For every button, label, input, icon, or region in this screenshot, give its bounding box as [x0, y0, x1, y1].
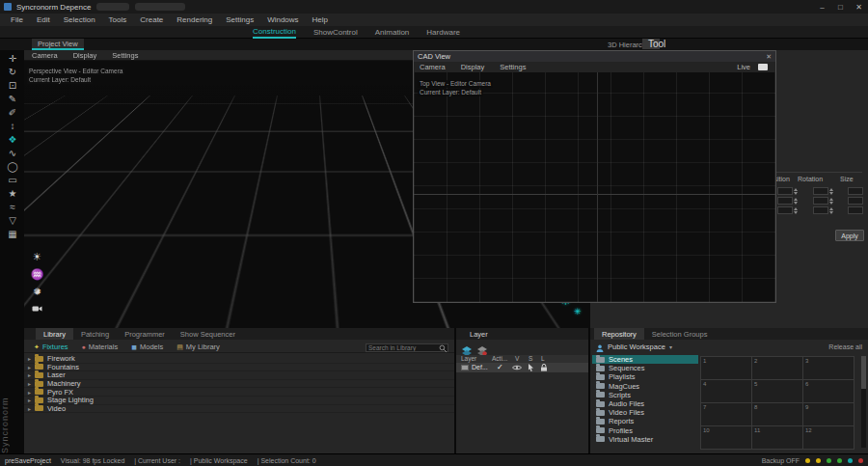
menu-item-rendering[interactable]: Rendering — [170, 15, 219, 24]
tab-hardware[interactable]: Hardware — [426, 26, 460, 39]
wave-tool-icon[interactable]: ≈ — [4, 202, 21, 212]
pen-tool-icon[interactable]: ✎ — [4, 94, 21, 104]
spline-tool-icon[interactable]: ∿ — [4, 148, 21, 158]
select-area-tool-icon[interactable]: ⊡ — [4, 80, 21, 91]
library-item-machinery[interactable]: ▸Machinery — [24, 380, 454, 389]
repo-item-profiles[interactable]: Profiles — [592, 426, 698, 435]
position-x-input[interactable] — [777, 187, 793, 195]
cad-menu-display[interactable]: Display — [461, 63, 485, 71]
tab-selection-groups[interactable]: Selection Groups — [644, 328, 716, 340]
caret-icon[interactable]: ▸ — [28, 355, 35, 362]
visibility-eye-icon[interactable] — [512, 365, 522, 371]
subtab-models[interactable]: ◼Models — [131, 343, 163, 351]
axis-tool-icon[interactable]: ❖ — [4, 134, 21, 145]
tab-programmer[interactable]: Programmer — [117, 328, 173, 340]
slot-cell[interactable]: 9 — [803, 403, 854, 425]
minimize-button[interactable]: – — [813, 0, 831, 14]
tab-show-sequencer[interactable]: Show Sequencer — [173, 328, 243, 340]
menu-item-help[interactable]: Help — [306, 15, 335, 24]
library-item-fountains[interactable]: ▸Fountains — [24, 364, 454, 372]
slot-cell[interactable]: 3 — [803, 357, 854, 379]
caret-icon[interactable]: ▸ — [28, 380, 35, 387]
repo-item-scripts[interactable]: Scripts — [592, 391, 698, 399]
cad-view-window[interactable]: CAD View ✕ Camera Display Settings Live … — [413, 50, 776, 303]
camera-icon[interactable] — [30, 303, 44, 315]
subtab-materials[interactable]: ●Materials — [82, 343, 119, 351]
stepper[interactable] — [829, 198, 833, 205]
repo-item-video-files[interactable]: Video Files — [592, 408, 698, 417]
repo-item-scenes[interactable]: Scenes — [592, 355, 698, 364]
repo-item-reports[interactable]: Reports — [592, 417, 698, 425]
position-y-input[interactable] — [777, 197, 793, 205]
star-tool-icon[interactable]: ★ — [4, 188, 21, 199]
stepper[interactable] — [794, 207, 798, 214]
menu-item-create[interactable]: Create — [133, 15, 170, 24]
menu-item-settings[interactable]: Settings — [219, 15, 260, 24]
cad-close-icon[interactable]: ✕ — [766, 53, 772, 61]
caret-icon[interactable]: ▸ — [28, 389, 35, 396]
repo-item-sequences[interactable]: Sequences — [592, 364, 698, 372]
cad-menu-camera[interactable]: Camera — [420, 63, 446, 71]
menu-item-windows[interactable]: Windows — [260, 15, 305, 24]
caret-icon[interactable]: ▸ — [28, 364, 35, 370]
size-x-input[interactable] — [848, 187, 863, 195]
select-cursor-icon[interactable] — [528, 364, 534, 372]
search-input[interactable] — [366, 344, 439, 351]
maximize-button[interactable]: □ — [831, 0, 850, 14]
image-tool-icon[interactable]: ▦ — [4, 229, 21, 239]
slot-cell[interactable]: 6 — [803, 380, 854, 402]
rectangle-tool-icon[interactable]: ▭ — [4, 175, 21, 185]
repo-item-playlists[interactable]: Playlists — [592, 372, 698, 381]
tab-tool[interactable]: Tool — [642, 39, 660, 49]
tab-library[interactable]: Library — [36, 328, 73, 340]
stepper[interactable] — [829, 207, 833, 214]
firework-icon[interactable]: ✹ — [30, 286, 44, 298]
menu-item-selection[interactable]: Selection — [57, 15, 102, 24]
cad-menu-settings[interactable]: Settings — [500, 63, 526, 71]
position-z-input[interactable] — [777, 206, 793, 214]
release-all-button[interactable]: Release all — [828, 343, 862, 350]
orbit-tool-icon[interactable]: ↻ — [4, 67, 21, 77]
workspace-dropdown[interactable]: Public Workspace — [608, 343, 665, 351]
menu-item-tools[interactable]: Tools — [102, 15, 134, 24]
rotation-y-input[interactable] — [813, 197, 828, 205]
rotation-z-input[interactable] — [813, 206, 828, 214]
viewport-menu-camera[interactable]: Camera — [32, 51, 58, 60]
slot-cell[interactable]: 11 — [752, 426, 802, 449]
fountain-object[interactable]: ✳ — [574, 307, 582, 316]
slot-cell[interactable]: 5 — [752, 380, 802, 402]
viewport-menu-display[interactable]: Display — [73, 51, 97, 60]
stepper[interactable] — [794, 198, 798, 205]
close-button[interactable]: ✕ — [850, 0, 868, 14]
subtab-fixtures[interactable]: ✦Fixtures — [34, 343, 68, 351]
repo-item-audio-files[interactable]: Audio Files — [592, 399, 698, 408]
slot-cell[interactable]: 1 — [701, 357, 751, 379]
stepper[interactable] — [794, 188, 798, 195]
translate-tool-icon[interactable]: ↕ — [4, 121, 21, 131]
tab-patching[interactable]: Patching — [73, 328, 117, 340]
layer-row-default[interactable]: Def... ✓ — [456, 363, 588, 372]
slot-cell[interactable]: 4 — [701, 380, 751, 402]
slot-cell[interactable]: 12 — [803, 426, 854, 449]
tab-construction[interactable]: Construction — [253, 26, 296, 39]
repo-item-virtual-master[interactable]: Virtual Master — [592, 435, 698, 444]
slot-cell[interactable]: 2 — [752, 357, 802, 379]
tab-showcontrol[interactable]: ShowControl — [313, 26, 358, 39]
menu-item-file[interactable]: File — [4, 15, 30, 24]
library-item-firework[interactable]: ▸Firework — [24, 355, 454, 364]
repo-item-magcues[interactable]: MagCues — [592, 382, 698, 391]
lock-icon[interactable] — [540, 364, 548, 372]
move-tool-icon[interactable]: ✛ — [4, 53, 21, 64]
brush-tool-icon[interactable]: ✐ — [4, 107, 21, 118]
size-y-input[interactable] — [848, 197, 863, 205]
scrollbar-thumb[interactable] — [861, 356, 866, 389]
apply-button[interactable]: Apply — [835, 230, 864, 241]
ellipse-tool-icon[interactable]: ◯ — [4, 161, 21, 172]
menu-item-edit[interactable]: Edit — [30, 15, 57, 24]
slot-cell[interactable]: 10 — [701, 426, 751, 449]
subtab-my-library[interactable]: ▤My Library — [176, 343, 220, 351]
fountain-icon[interactable]: ♒ — [30, 268, 44, 281]
size-z-input[interactable] — [848, 206, 863, 214]
light-icon[interactable]: ☀ — [30, 251, 44, 263]
library-item-stage-lighting[interactable]: ▸Stage Lighting — [24, 397, 454, 405]
